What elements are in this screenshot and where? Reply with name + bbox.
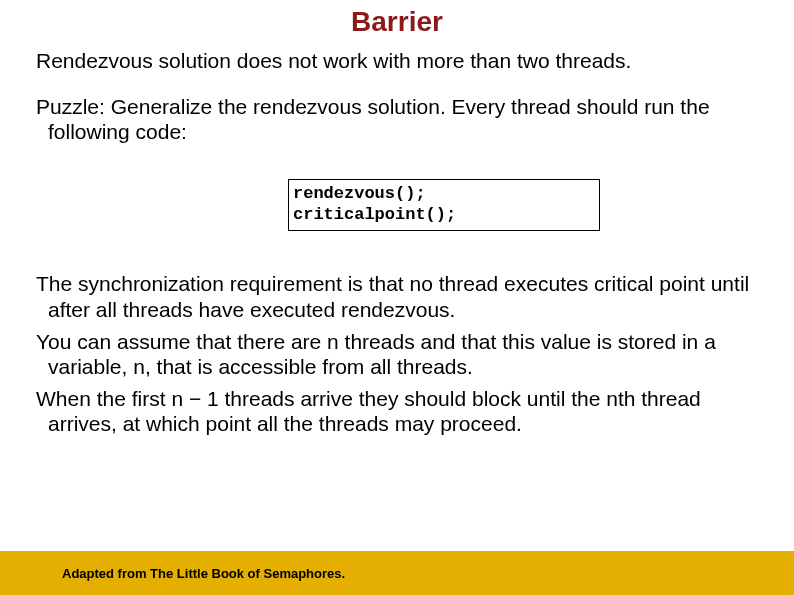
paragraph-intro: Rendezvous solution does not work with m… <box>36 48 758 74</box>
code-box: rendezvous(); criticalpoint(); <box>288 179 600 232</box>
paragraph-requirement: The synchronization requirement is that … <box>36 271 758 322</box>
footer-attribution: Adapted from The Little Book of Semaphor… <box>62 566 345 581</box>
code-line-1: rendezvous(); <box>293 183 595 204</box>
paragraph-assume: You can assume that there are n threads … <box>36 329 758 380</box>
slide-title: Barrier <box>0 0 794 42</box>
slide: Barrier Rendezvous solution does not wor… <box>0 0 794 595</box>
paragraph-blocking: When the first n − 1 threads arrive they… <box>36 386 758 437</box>
slide-body: Rendezvous solution does not work with m… <box>0 48 794 437</box>
paragraph-puzzle: Puzzle: Generalize the rendezvous soluti… <box>36 94 758 145</box>
code-line-2: criticalpoint(); <box>293 204 595 225</box>
